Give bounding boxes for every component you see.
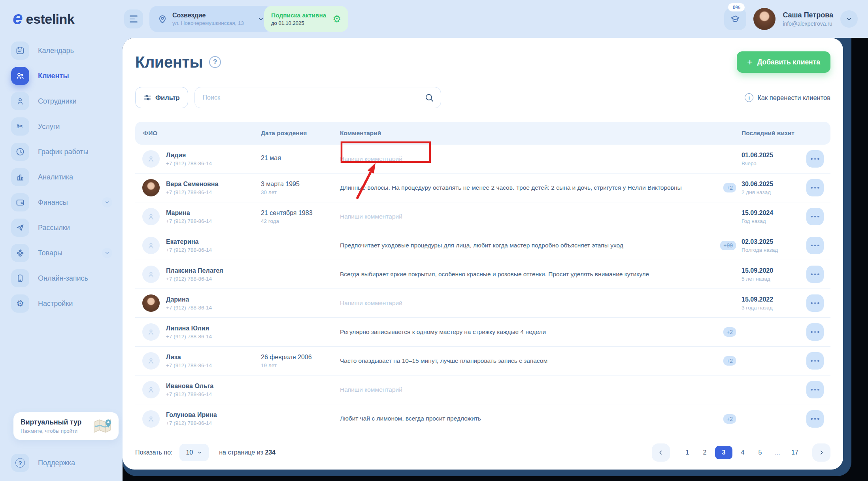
chevron-down-icon (845, 15, 853, 23)
sidebar-item-phone[interactable]: Онлайн-запись (0, 266, 123, 291)
row-actions-button[interactable] (806, 208, 824, 225)
sidebar-item-box[interactable]: Товары (0, 240, 123, 266)
help-icon[interactable]: ? (209, 56, 221, 68)
user-menu-button[interactable] (840, 10, 858, 28)
sidebar-item-calendar[interactable]: Календарь (0, 38, 123, 63)
last-visit-date: 15.09.2024 (742, 209, 806, 217)
location-address: ул. Новочеремушкинская, 13 (172, 20, 244, 26)
table-row: Голунова Ирина +7 (912) 788-86-14 Любит … (135, 404, 830, 433)
add-client-button[interactable]: + Добавить клиента (737, 51, 830, 73)
more-icon (811, 360, 819, 362)
comment-field[interactable]: Напиши комментарий (340, 386, 714, 394)
box-icon (11, 244, 29, 262)
row-actions-button[interactable] (806, 410, 824, 428)
location-selector[interactable]: Созвездие ул. Новочеремушкинская, 13 (149, 6, 272, 32)
sidebar-item-chart[interactable]: Аналитика (0, 164, 123, 190)
column-header-comment: Комментарий (340, 130, 714, 137)
row-actions-button[interactable] (806, 179, 824, 196)
extra-count-badge: +99 (720, 241, 736, 250)
extra-count-badge: +2 (723, 183, 736, 192)
comment-field[interactable]: Предпочитает уходовые процедуры для лица… (340, 241, 714, 250)
comment-field[interactable]: Всегда выбирает яркие покрытия, особенно… (340, 270, 714, 279)
client-phone: +7 (912) 788-86-14 (166, 420, 217, 426)
prev-page-button[interactable] (652, 443, 670, 462)
row-actions-button[interactable] (806, 352, 824, 370)
total-count: 234 (265, 449, 275, 456)
plus-icon: + (747, 57, 753, 67)
user-avatar[interactable] (753, 8, 776, 30)
row-actions-button[interactable] (806, 323, 824, 341)
row-actions-button[interactable] (806, 381, 824, 398)
sidebar-toggle-button[interactable] (124, 9, 143, 28)
chevron-down-icon (257, 15, 264, 23)
filter-button[interactable]: Фильтр (135, 87, 188, 108)
comment-field[interactable]: Напиши комментарий (340, 155, 714, 163)
phone-icon (11, 269, 29, 287)
more-icon (811, 302, 819, 304)
clock-icon (11, 143, 29, 161)
client-age: 19 лет (261, 362, 340, 368)
next-page-button[interactable] (812, 443, 830, 462)
avatar (142, 381, 160, 398)
comment-field[interactable]: Часто опаздывает на 10–15 минут, лучше п… (340, 357, 714, 365)
transfer-clients-link[interactable]: i Как перенести клиентов (745, 93, 830, 102)
client-name: Екатерина (166, 238, 212, 245)
sidebar-item-support[interactable]: ? Поддержка (0, 450, 123, 475)
sidebar-item-person[interactable]: Сотрудники (0, 89, 123, 114)
comment-field[interactable]: Длинные волосы. На процедуру оставлять н… (340, 184, 714, 192)
table-row: Вера Семеновна +7 (912) 788-86-14 3 март… (135, 174, 830, 202)
person-icon (147, 241, 155, 250)
menu-icon (130, 15, 138, 23)
sidebar: Календарь Клиенты Сотрудники ✂ Услуги Гр… (0, 38, 123, 481)
subscription-badge: Подписка активна до 01.10.2025 ⚙ (264, 6, 348, 32)
sidebar-item-clients[interactable]: Клиенты (0, 63, 123, 89)
page-number[interactable]: 17 (788, 446, 802, 459)
client-name: Лиза (166, 354, 212, 361)
page-number[interactable]: 5 (753, 446, 767, 459)
table-row: Плаксина Пелагея +7 (912) 788-86-14 Всег… (135, 260, 830, 289)
virtual-tour-card[interactable]: Виртуальный тур Нажмите, чтобы пройти (13, 412, 119, 440)
extra-count-badge: +2 (723, 414, 736, 424)
table-row: Липина Юлия +7 (912) 788-86-14 Регулярно… (135, 318, 830, 347)
birth-date: 3 марта 1995 (261, 181, 340, 188)
last-visit-ago: 2 дня назад (742, 189, 806, 195)
page-number[interactable]: 1 (680, 446, 694, 459)
row-actions-button[interactable] (806, 150, 824, 168)
comment-field[interactable]: Напиши комментарий (340, 299, 714, 307)
logo-text: estelink (26, 11, 75, 27)
comment-field[interactable]: Регулярно записывается к одному мастеру … (340, 328, 714, 336)
page-number[interactable]: 2 (698, 446, 712, 459)
logo: e estelink (13, 0, 74, 38)
sidebar-item-clock[interactable]: График работы (0, 139, 123, 164)
page-number[interactable]: 4 (736, 446, 750, 459)
sidebar-item-scissors[interactable]: ✂ Услуги (0, 114, 123, 139)
comment-field[interactable]: Напиши комментарий (340, 213, 714, 221)
person-icon (147, 155, 155, 163)
sidebar-item-send[interactable]: Рассылки (0, 215, 123, 240)
comment-field[interactable]: Любит чай с лимоном, всегда просит предл… (340, 415, 714, 423)
search-input[interactable] (194, 87, 441, 108)
more-icon (811, 187, 819, 189)
column-header-last-visit: Последний визит (736, 130, 806, 137)
per-page-select[interactable]: 10 (179, 444, 209, 461)
more-icon (811, 389, 819, 391)
row-actions-button[interactable] (806, 266, 824, 283)
client-name: Иванова Ольга (166, 383, 213, 390)
row-actions-button[interactable] (806, 294, 824, 312)
row-actions-button[interactable] (806, 237, 824, 254)
avatar (142, 266, 160, 283)
subscription-settings-icon[interactable]: ⚙ (332, 14, 341, 24)
clients-page: Клиенты ? + Добавить клиента Фильтр i Ка… (123, 38, 843, 470)
last-visit-date: 02.03.2025 (742, 238, 806, 245)
sidebar-item-gear[interactable]: ⚙ Настройки (0, 291, 123, 316)
last-visit-date: 15.09.2022 (742, 296, 806, 303)
chevron-down-icon[interactable] (102, 197, 112, 207)
sidebar-item-wallet[interactable]: Финансы (0, 190, 123, 215)
table-row: Лидия +7 (912) 788-86-14 21 мая Напиши к… (135, 145, 830, 174)
page-number-active[interactable]: 3 (715, 446, 732, 459)
extra-count-badge: +2 (723, 327, 736, 337)
client-name: Голунова Ирина (166, 411, 217, 419)
chevron-down-icon[interactable] (102, 248, 112, 258)
birth-date: 26 февраля 2006 (261, 354, 340, 361)
scissors-icon: ✂ (11, 117, 29, 136)
